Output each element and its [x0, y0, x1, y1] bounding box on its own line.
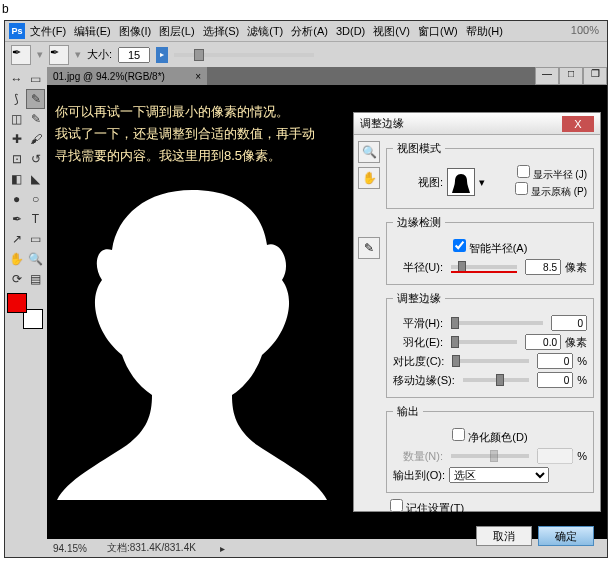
output-to-select[interactable]: 选区 — [449, 467, 549, 483]
smooth-label: 平滑(H): — [393, 316, 443, 331]
menubar: Ps 文件(F) 编辑(E) 图像(I) 图层(L) 选择(S) 滤镜(T) 分… — [5, 21, 607, 41]
feather-unit: 像素 — [565, 335, 587, 350]
dialog-titlebar[interactable]: 调整边缘 X — [354, 113, 600, 135]
shift-slider[interactable] — [463, 378, 529, 382]
amount-slider — [451, 454, 529, 458]
document-tab-label: 01.jpg @ 94.2%(RGB/8*) — [53, 71, 165, 82]
amount-label: 数量(N): — [393, 449, 443, 464]
shift-input[interactable] — [537, 372, 573, 388]
amount-input — [537, 448, 573, 464]
smooth-input[interactable] — [551, 315, 587, 331]
contrast-slider[interactable] — [452, 359, 529, 363]
pen-tool[interactable]: ✒ — [7, 209, 26, 229]
menu-image[interactable]: 图像(I) — [116, 24, 154, 39]
history-brush-tool[interactable]: ↺ — [26, 149, 45, 169]
document-info: 文档:831.4K/831.4K — [107, 541, 196, 555]
quick-select-tool[interactable]: ✎ — [26, 89, 45, 109]
toolbox: ↔▭ ⟆✎ ◫✎ ✚🖌 ⊡↺ ◧◣ ●○ ✒T ↗▭ ✋🔍 ⟳▤ — [5, 67, 47, 557]
adjust-legend: 调整边缘 — [393, 291, 445, 306]
dialog-title-text: 调整边缘 — [360, 116, 404, 131]
shift-label: 移动边缘(S): — [393, 373, 455, 388]
brush-size-input[interactable] — [118, 47, 150, 63]
blur-tool[interactable]: ● — [7, 189, 26, 209]
heal-tool[interactable]: ✚ — [7, 129, 26, 149]
eyedropper-tool[interactable]: ✎ — [26, 109, 45, 129]
lasso-tool[interactable]: ⟆ — [7, 89, 26, 109]
remember-settings-checkbox[interactable]: 记住设置(T) — [390, 499, 594, 516]
photoshop-window: Ps 文件(F) 编辑(E) 图像(I) 图层(L) 选择(S) 滤镜(T) 分… — [4, 20, 608, 558]
contrast-unit: % — [577, 355, 587, 367]
menu-select[interactable]: 选择(S) — [200, 24, 243, 39]
menu-layer[interactable]: 图层(L) — [156, 24, 197, 39]
color-swatches[interactable] — [7, 293, 43, 329]
adjust-edge-group: 调整边缘 平滑(H): 羽化(E): 像素 对比度(C): — [386, 291, 594, 398]
brush-tool[interactable]: 🖌 — [26, 129, 45, 149]
contrast-input[interactable] — [537, 353, 573, 369]
hand-tool[interactable]: ✋ — [7, 249, 26, 269]
zoom-level: 94.15% — [53, 543, 87, 554]
notes-tool[interactable]: ▤ — [26, 269, 45, 289]
view-mode-legend: 视图模式 — [393, 141, 445, 156]
stamp-tool[interactable]: ⊡ — [7, 149, 26, 169]
output-legend: 输出 — [393, 404, 423, 419]
menu-filter[interactable]: 滤镜(T) — [244, 24, 286, 39]
maximize-icon[interactable]: □ — [559, 67, 583, 85]
contrast-label: 对比度(C): — [393, 354, 444, 369]
show-radius-checkbox[interactable]: 显示半径 (J) — [515, 165, 587, 182]
radius-slider[interactable] — [451, 265, 517, 269]
zoom-tool[interactable]: 🔍 — [26, 249, 45, 269]
refine-edge-dialog: 调整边缘 X 🔍 ✋ ✎ 视图模式 视图: ▾ — [353, 112, 601, 512]
size-dropdown-icon[interactable]: ▸ — [156, 47, 168, 63]
decontaminate-checkbox[interactable]: 净化颜色(D) — [452, 428, 527, 445]
menu-analysis[interactable]: 分析(A) — [288, 24, 331, 39]
current-tool-icon[interactable]: ✒ — [11, 45, 31, 65]
refine-brush-icon[interactable]: ✎ — [358, 237, 380, 259]
feather-slider[interactable] — [451, 340, 517, 344]
rotate-tool[interactable]: ⟳ — [7, 269, 26, 289]
move-tool[interactable]: ↔ — [7, 69, 26, 89]
ps-logo: Ps — [9, 23, 25, 39]
foreground-color[interactable] — [7, 293, 27, 313]
output-to-label: 输出到(O): — [393, 468, 445, 483]
view-thumbnail[interactable] — [447, 168, 475, 196]
menu-view[interactable]: 视图(V) — [370, 24, 413, 39]
zoom-display: 100% — [571, 24, 599, 36]
brush-preset-icon[interactable]: ✒ — [49, 45, 69, 65]
document-tab[interactable]: 01.jpg @ 94.2%(RGB/8*) × — [47, 67, 207, 85]
hand-tool-icon[interactable]: ✋ — [358, 167, 380, 189]
show-original-checkbox[interactable]: 显示原稿 (P) — [515, 182, 587, 199]
eraser-tool[interactable]: ◧ — [7, 169, 26, 189]
gradient-tool[interactable]: ◣ — [26, 169, 45, 189]
close-icon[interactable]: X — [562, 116, 594, 132]
path-tool[interactable]: ↗ — [7, 229, 26, 249]
shift-unit: % — [577, 374, 587, 386]
ok-button[interactable]: 确定 — [538, 526, 594, 546]
stray-letter: b — [2, 2, 9, 16]
radius-unit: 像素 — [565, 260, 587, 275]
annotation-text: 你可以再试一下调到最小的像素的情况。 我试了一下，还是调整到合适的数值，再手动 … — [55, 101, 315, 167]
options-bar: ✒ ▾ ✒ ▾ 大小: ▸ 100% — [5, 41, 607, 67]
view-label: 视图: — [393, 175, 443, 190]
type-tool[interactable]: T — [26, 209, 45, 229]
dodge-tool[interactable]: ○ — [26, 189, 45, 209]
tab-close-icon[interactable]: × — [195, 71, 201, 82]
view-mode-group: 视图模式 视图: ▾ 显示半径 (J) 显示原稿 (P) — [386, 141, 594, 209]
crop-tool[interactable]: ◫ — [7, 109, 26, 129]
menu-help[interactable]: 帮助(H) — [463, 24, 506, 39]
zoom-tool-icon[interactable]: 🔍 — [358, 141, 380, 163]
smooth-slider[interactable] — [451, 321, 543, 325]
brush-size-slider[interactable] — [174, 53, 314, 57]
chevron-down-icon[interactable]: ▾ — [479, 176, 485, 189]
menu-edit[interactable]: 编辑(E) — [71, 24, 114, 39]
smart-radius-checkbox[interactable]: 智能半径(A) — [453, 239, 528, 256]
radius-input[interactable] — [525, 259, 561, 275]
restore-icon[interactable]: ❐ — [583, 67, 607, 85]
cancel-button[interactable]: 取消 — [476, 526, 532, 546]
menu-3d[interactable]: 3D(D) — [333, 25, 368, 37]
marquee-tool[interactable]: ▭ — [26, 69, 45, 89]
feather-input[interactable] — [525, 334, 561, 350]
shape-tool[interactable]: ▭ — [26, 229, 45, 249]
minimize-icon[interactable]: — — [535, 67, 559, 85]
menu-file[interactable]: 文件(F) — [27, 24, 69, 39]
menu-window[interactable]: 窗口(W) — [415, 24, 461, 39]
